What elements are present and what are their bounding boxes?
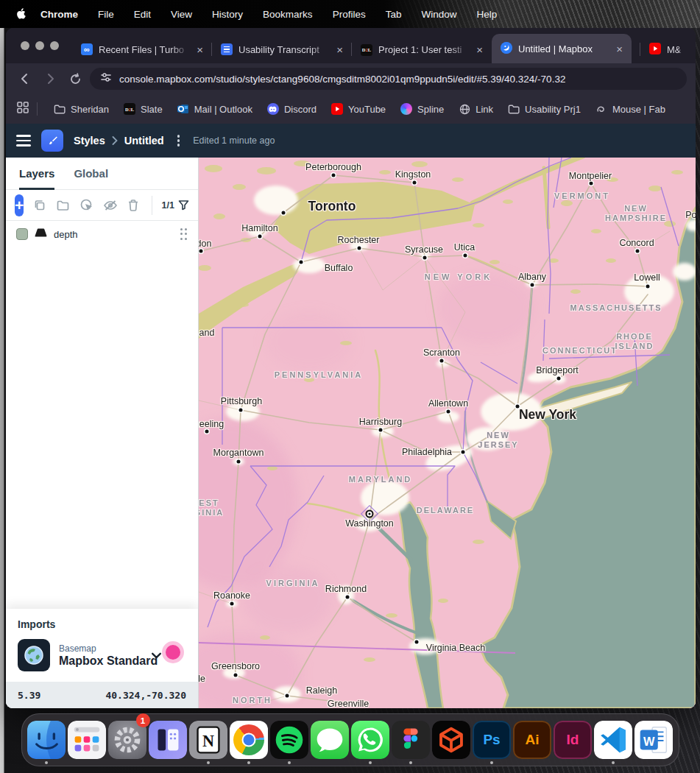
menu-history[interactable]: History (212, 9, 243, 20)
basemap-globe-icon (18, 639, 50, 671)
city-label: Lowell (634, 272, 660, 283)
menu-chrome[interactable]: Chrome (40, 9, 78, 20)
basemap-import-row[interactable]: Basemap Mapbox Standard (18, 639, 186, 671)
group-layers-icon[interactable] (56, 199, 70, 212)
photoshop-app-icon: Ps (473, 721, 511, 759)
tab-close-icon[interactable]: × (335, 43, 344, 56)
close-window-button[interactable] (21, 41, 29, 50)
chevron-down-icon[interactable] (150, 649, 163, 665)
tab-youtube[interactable]: M& (640, 35, 689, 63)
bookmark-outlook-icon (177, 103, 189, 115)
dock-icon-mcube[interactable] (432, 716, 471, 763)
minimize-window-button[interactable] (35, 41, 44, 50)
dock-icon-photoshop[interactable]: Ps (473, 716, 512, 763)
tab-close-icon[interactable]: × (615, 43, 624, 55)
bookmark-usability-prj1[interactable]: Usability Prj1 (502, 100, 587, 118)
dock-icon-spotify[interactable] (270, 716, 309, 763)
bookmark-sheridan[interactable]: Sheridan (48, 100, 115, 118)
dock-icon-indesign[interactable]: Id (554, 716, 593, 763)
dock-icon-iphone[interactable] (149, 716, 188, 763)
city-label: Portl (685, 210, 696, 220)
city-dot (282, 211, 286, 215)
bookmark-youtube[interactable]: YouTube (325, 100, 392, 118)
menu-file[interactable]: File (98, 9, 114, 20)
menu-tab[interactable]: Tab (386, 9, 402, 20)
dock-icon-finder[interactable] (27, 716, 66, 763)
breadcrumb-untitled[interactable]: Untitled (124, 135, 164, 147)
tab-mapbox[interactable]: Untitled | Mapbox× (492, 34, 632, 63)
menu-window[interactable]: Window (421, 9, 456, 20)
tab-close-icon[interactable]: × (195, 43, 205, 56)
tab-d2l[interactable]: D2LProject 1: User testi× (352, 35, 492, 63)
bookmark-mouse-fab[interactable]: Mouse | Fab (590, 100, 671, 118)
dock-icon-whatsapp[interactable] (351, 716, 390, 763)
city-dot (447, 410, 450, 414)
layer-row[interactable]: depth (6, 221, 198, 247)
window-controls (6, 28, 72, 63)
back-button[interactable] (15, 68, 35, 89)
dock-icon-messages[interactable] (311, 716, 350, 763)
apple-logo-icon[interactable] (16, 8, 27, 21)
tab-global[interactable]: Global (74, 158, 108, 189)
city-label: Bridgeport (536, 365, 579, 375)
fill-layer-type-icon (35, 227, 47, 241)
bookmark-label: Sheridan (71, 104, 109, 115)
state-label: CONNECTICUT (542, 346, 618, 356)
dock-icon-chrome[interactable] (230, 716, 269, 763)
city-dot (590, 182, 593, 186)
dock-icon-settings[interactable]: 1 (108, 716, 147, 763)
apps-grid-icon[interactable] (16, 101, 29, 117)
dock-icon-illustrator[interactable]: Ai (513, 716, 552, 763)
url-text[interactable]: console.mapbox.com/studio/styles/ctang96… (119, 74, 565, 85)
filter-funnel-icon[interactable] (178, 200, 189, 211)
menu-edit[interactable]: Edit (134, 9, 151, 20)
menu-help[interactable]: Help (476, 9, 497, 20)
tab-close-icon[interactable]: × (475, 43, 484, 56)
reload-button[interactable] (65, 68, 85, 89)
dock-icon-launcher[interactable] (68, 716, 107, 763)
hide-layer-icon[interactable] (103, 199, 118, 212)
city-label: Peterborough (305, 162, 361, 172)
dock-icon-figma[interactable] (392, 716, 431, 763)
address-bar[interactable]: console.mapbox.com/studio/styles/ctang96… (90, 68, 687, 90)
bookmark-slate[interactable]: D2LSlate (118, 100, 169, 118)
city-label: Virginia Beach (426, 643, 485, 653)
menu-view[interactable]: View (171, 9, 192, 20)
menu-profiles[interactable]: Profiles (333, 9, 366, 20)
map-status-bar: 5.39 40.324,-70.320 (6, 682, 198, 708)
dock-icon-notion[interactable]: N (189, 716, 228, 763)
bookmark-spline[interactable]: Spline (395, 100, 450, 118)
bookmark-mail-outlook[interactable]: Mail | Outlook (172, 100, 258, 118)
city-dot (557, 377, 561, 381)
select-feature-icon[interactable] (79, 198, 93, 212)
breadcrumb-styles[interactable]: Styles (74, 135, 105, 147)
hamburger-menu-icon[interactable] (16, 135, 31, 147)
bookmark-folder-icon (54, 103, 66, 115)
city-dot (358, 247, 361, 250)
delete-layer-icon[interactable] (127, 199, 139, 212)
spotify-app-icon (270, 721, 308, 759)
city-dot (379, 428, 383, 432)
site-settings-icon[interactable] (100, 71, 112, 86)
map-canvas[interactable]: NEW YORKPENNSYLVANIAVERMONTNEWHAMPSHIREM… (199, 158, 696, 708)
bookmark-spline-icon (400, 103, 412, 115)
forward-button[interactable] (40, 68, 60, 89)
dock-icon-vscode[interactable] (594, 716, 633, 763)
tab-title: M& (667, 44, 682, 55)
duplicate-layer-icon[interactable] (33, 199, 46, 212)
dock-icon-word[interactable]: W (634, 716, 674, 763)
layer-drag-handle[interactable] (180, 228, 188, 241)
tab-usability[interactable]: Usability Transcript× (212, 35, 352, 63)
maximize-window-button[interactable] (50, 41, 59, 50)
bookmark-discord[interactable]: Discord (261, 100, 322, 118)
menu-bookmarks[interactable]: Bookmarks (263, 9, 313, 20)
style-options-kebab-icon[interactable] (177, 135, 180, 147)
add-layer-button[interactable]: + (15, 194, 24, 216)
bookmark-link[interactable]: Link (453, 100, 499, 118)
tab-layers[interactable]: Layers (19, 158, 54, 189)
tab-turbo[interactable]: ∞Recent Files | Turbo× (72, 35, 212, 63)
city-label: Rochester (338, 235, 380, 245)
bookmark-youtube-icon (331, 103, 343, 115)
bookmark-label: Usability Prj1 (525, 104, 581, 115)
mapbox-studio-logo[interactable] (41, 130, 63, 152)
